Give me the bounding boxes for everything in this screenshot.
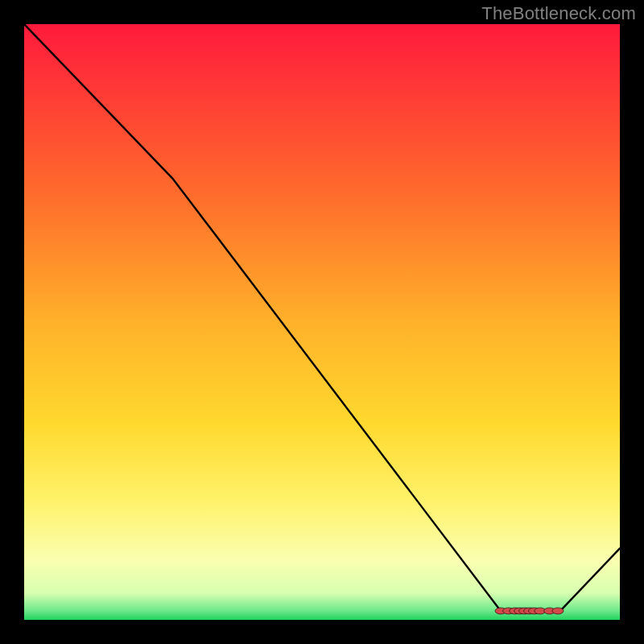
- gradient-background: [24, 24, 620, 620]
- data-marker: [552, 608, 564, 614]
- chart-svg: [24, 24, 620, 620]
- markers-group: [495, 608, 564, 614]
- chart-container: TheBottleneck.com: [0, 0, 644, 644]
- plot-area: [24, 24, 620, 620]
- attribution-label: TheBottleneck.com: [481, 3, 636, 24]
